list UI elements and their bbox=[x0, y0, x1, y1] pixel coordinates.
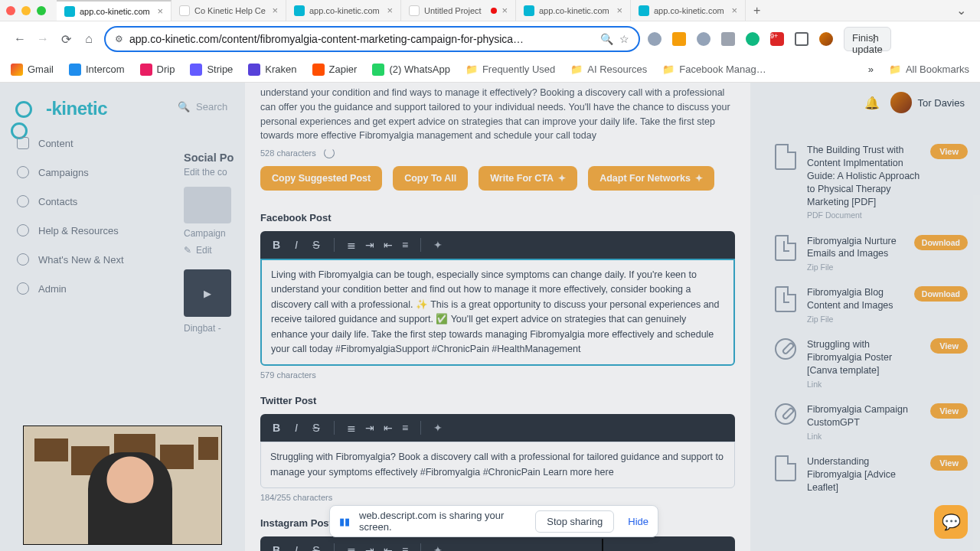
italic-button[interactable]: I bbox=[291, 544, 302, 551]
copy-suggested-button[interactable]: Copy Suggested Post bbox=[260, 166, 382, 191]
browser-tab-4[interactable]: app.co-kinetic.com × bbox=[516, 0, 631, 21]
profile-avatar[interactable] bbox=[819, 32, 833, 46]
adapt-networks-button[interactable]: Adapt For Networks✦ bbox=[588, 166, 714, 191]
list-button[interactable]: ≣ bbox=[347, 422, 356, 434]
close-tab-icon[interactable]: × bbox=[501, 5, 508, 16]
nav-content[interactable]: Content bbox=[0, 130, 178, 156]
list-button[interactable]: ≣ bbox=[347, 544, 356, 551]
align-button[interactable]: ≡ bbox=[402, 239, 408, 251]
hide-banner-button[interactable]: Hide bbox=[628, 516, 648, 527]
bookmark-zapier[interactable]: Zapier bbox=[312, 64, 358, 76]
copy-to-all-button[interactable]: Copy To All bbox=[393, 166, 468, 191]
stop-sharing-button[interactable]: Stop sharing bbox=[535, 510, 614, 533]
bold-button[interactable]: B bbox=[271, 422, 282, 434]
extension-icon[interactable] bbox=[648, 32, 662, 46]
bookmark-folder-ai[interactable]: 📁 AI Resources bbox=[570, 64, 647, 75]
extension-icon[interactable] bbox=[697, 32, 710, 46]
address-bar[interactable]: ⚙ app.co-kinetic.com/content/fibromyalgi… bbox=[104, 26, 640, 52]
background-column: Social Po Edit the co Campaign ✎Edit ▶ D… bbox=[184, 152, 234, 334]
ai-button[interactable]: ✦ bbox=[433, 544, 443, 551]
bookmarks-overflow-button[interactable]: » bbox=[868, 64, 874, 75]
video-thumbnail[interactable]: ▶ bbox=[184, 269, 231, 317]
view-button[interactable]: View bbox=[930, 338, 968, 354]
outdent-button[interactable]: ⇤ bbox=[384, 239, 393, 251]
extension-icon[interactable] bbox=[721, 32, 735, 46]
indent-button[interactable]: ⇥ bbox=[365, 239, 374, 251]
webcam-overlay[interactable] bbox=[23, 425, 222, 545]
chat-fab-button[interactable]: 💬 bbox=[934, 505, 968, 539]
indent-button[interactable]: ⇥ bbox=[365, 544, 374, 551]
close-tab-icon[interactable]: × bbox=[387, 5, 393, 16]
bookmark-whatsapp[interactable]: (2) WhatsApp bbox=[372, 64, 449, 76]
italic-button[interactable]: I bbox=[291, 239, 302, 251]
browser-tab-3[interactable]: Untitled Project × bbox=[401, 0, 516, 21]
extension-icon[interactable] bbox=[746, 32, 760, 46]
search-input-ghost[interactable]: 🔍Search bbox=[178, 101, 239, 112]
new-tab-button[interactable]: + bbox=[746, 4, 768, 18]
bell-icon[interactable]: 🔔 bbox=[864, 96, 880, 110]
nav-campaigns[interactable]: Campaigns bbox=[0, 159, 178, 185]
extension-icon[interactable] bbox=[672, 32, 686, 46]
finish-update-button[interactable]: Finish update ⋮ bbox=[844, 27, 891, 51]
bookmark-folder-frequent[interactable]: 📁 Frequently Used bbox=[466, 64, 555, 75]
nav-admin[interactable]: Admin bbox=[0, 276, 178, 302]
close-tab-icon[interactable]: × bbox=[157, 5, 163, 17]
back-button[interactable]: ← bbox=[12, 32, 28, 46]
write-for-cta-button[interactable]: Write For CTA✦ bbox=[479, 166, 577, 191]
minimize-window-button[interactable] bbox=[21, 6, 31, 15]
twitter-textarea[interactable]: Struggling with Fibromyalgia? Book a dis… bbox=[260, 442, 735, 488]
site-info-icon[interactable]: ⚙ bbox=[115, 34, 123, 44]
strike-button[interactable]: S bbox=[311, 422, 322, 434]
outdent-button[interactable]: ⇤ bbox=[384, 422, 393, 434]
bookmark-star-icon[interactable]: ☆ bbox=[619, 33, 629, 45]
close-window-button[interactable] bbox=[6, 6, 15, 15]
close-tab-icon[interactable]: × bbox=[616, 5, 622, 16]
bookmark-stripe[interactable]: Stripe bbox=[190, 64, 233, 76]
download-button[interactable]: Download bbox=[914, 286, 968, 302]
edit-link[interactable]: ✎Edit bbox=[184, 245, 234, 256]
nav-whatsnew[interactable]: What's New & Next bbox=[0, 246, 178, 272]
forward-button[interactable]: → bbox=[35, 32, 51, 46]
bold-button[interactable]: B bbox=[271, 544, 282, 551]
ai-button[interactable]: ✦ bbox=[433, 239, 443, 251]
view-button[interactable]: View bbox=[930, 403, 968, 419]
align-button[interactable]: ≡ bbox=[402, 422, 408, 434]
all-bookmarks-button[interactable]: 📁 All Bookmarks bbox=[889, 64, 969, 75]
app-logo[interactable]: -kinetic bbox=[0, 93, 178, 127]
strike-button[interactable]: S bbox=[311, 544, 322, 551]
indent-button[interactable]: ⇥ bbox=[365, 422, 374, 434]
bookmark-intercom[interactable]: Intercom bbox=[69, 64, 125, 76]
view-button[interactable]: View bbox=[930, 455, 968, 471]
extension-badge[interactable]: 9+ bbox=[770, 32, 784, 46]
browser-tab-1[interactable]: Co Kinetic Help Ce × bbox=[172, 0, 286, 21]
facebook-textarea[interactable]: Living with Fibromyalgia can be tough, e… bbox=[260, 259, 735, 366]
align-button[interactable]: ≡ bbox=[402, 544, 408, 551]
close-tab-icon[interactable]: × bbox=[272, 5, 278, 16]
browser-tab-0[interactable]: app.co-kinetic.com × bbox=[57, 0, 172, 21]
zoom-icon[interactable]: 🔍 bbox=[600, 33, 613, 45]
campaign-thumbnail[interactable] bbox=[184, 187, 231, 223]
strike-button[interactable]: S bbox=[311, 239, 322, 251]
maximize-window-button[interactable] bbox=[37, 6, 46, 15]
nav-contacts[interactable]: Contacts bbox=[0, 188, 178, 214]
bookmark-kraken[interactable]: Kraken bbox=[248, 64, 296, 76]
reload-button[interactable]: ⟳ bbox=[58, 32, 74, 47]
browser-tab-5[interactable]: app.co-kinetic.com × bbox=[631, 0, 746, 21]
nav-help[interactable]: Help & Resources bbox=[0, 217, 178, 243]
bookmark-folder-fb[interactable]: 📁 Facebook Manag… bbox=[662, 64, 766, 75]
bookmark-gmail[interactable]: Gmail bbox=[11, 64, 54, 76]
browser-tab-2[interactable]: app.co-kinetic.com × bbox=[286, 0, 401, 21]
tab-overflow-button[interactable]: ⌄ bbox=[949, 3, 974, 18]
user-menu[interactable]: Tor Davies bbox=[890, 92, 965, 113]
close-tab-icon[interactable]: × bbox=[731, 5, 737, 16]
outdent-button[interactable]: ⇤ bbox=[384, 544, 393, 551]
view-button[interactable]: View bbox=[930, 144, 968, 159]
extensions-menu-icon[interactable] bbox=[795, 32, 808, 46]
italic-button[interactable]: I bbox=[291, 422, 302, 434]
list-button[interactable]: ≣ bbox=[347, 239, 356, 251]
bold-button[interactable]: B bbox=[271, 239, 282, 251]
download-button[interactable]: Download bbox=[914, 235, 968, 250]
ai-button[interactable]: ✦ bbox=[433, 422, 443, 434]
bookmark-drip[interactable]: Drip bbox=[140, 64, 175, 76]
home-button[interactable]: ⌂ bbox=[81, 32, 96, 46]
